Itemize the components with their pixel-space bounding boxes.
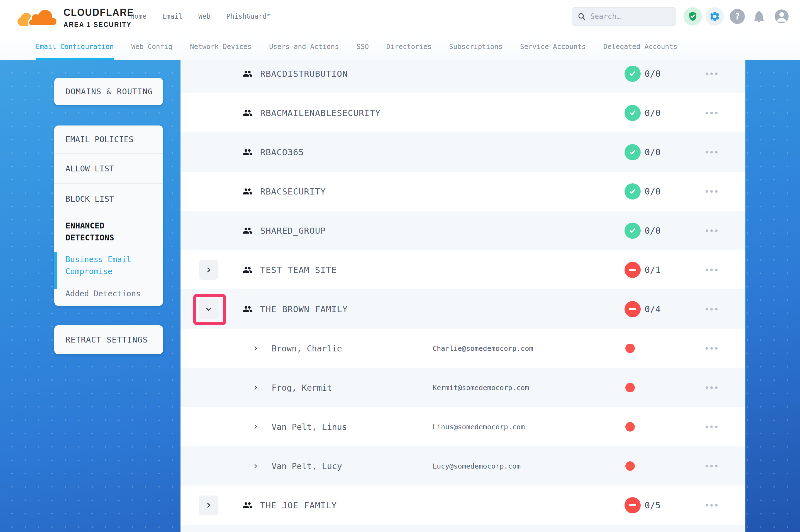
group-row[interactable]: RBACO3650/0 [181, 132, 745, 172]
row-actions-menu[interactable] [703, 187, 720, 195]
member-chevron-icon[interactable] [252, 463, 259, 469]
status-ok-badge [624, 105, 641, 121]
shield-check-icon[interactable] [684, 7, 702, 25]
expand-group-button[interactable] [199, 496, 218, 515]
nav-web[interactable]: Web [198, 13, 210, 20]
sync-count: 0/4 [644, 304, 661, 315]
search-box[interactable] [571, 7, 676, 25]
member-chevron-icon[interactable] [252, 345, 259, 352]
member-chevron-icon[interactable] [252, 423, 259, 430]
row-actions-menu[interactable] [703, 227, 720, 234]
member-row[interactable]: Brown, CharlieCharlie@somedemocorp.com [181, 329, 745, 368]
member-name: Van Pelt, Linus [272, 422, 347, 432]
sidebar-item-block-list[interactable]: BLOCK LIST [54, 183, 163, 214]
member-chevron-icon[interactable] [252, 384, 259, 391]
sync-count: 0/0 [644, 69, 661, 79]
tab-users-and-actions[interactable]: Users and Actions [269, 33, 339, 60]
sidebar-item-label: BLOCK LIST [66, 194, 154, 204]
member-row[interactable]: Van Pelt, LinusLinus@somedemocorp.com [181, 407, 745, 446]
row-actions-menu[interactable] [703, 423, 720, 431]
group-icon [241, 304, 254, 314]
tab-sso[interactable]: SSO [357, 33, 369, 60]
row-actions-menu[interactable] [703, 148, 720, 156]
notifications-bell-icon[interactable] [752, 9, 766, 24]
sidebar-card-domains-routing[interactable]: DOMAINS & ROUTING [54, 78, 163, 105]
group-icon [241, 186, 254, 196]
help-icon[interactable]: ? [730, 9, 745, 24]
brand-text: CLOUDFLARE AREA 1 SECURITY [63, 7, 141, 29]
page: CLOUDFLARE AREA 1 SECURITY HomeEmailWebP… [0, 0, 800, 532]
account-avatar-icon[interactable] [773, 8, 790, 25]
group-row[interactable]: TEST TEAM SITE0/1 [181, 250, 745, 289]
group-icon [241, 265, 254, 275]
nav-phishguard[interactable]: PhishGuard™ [226, 13, 271, 20]
group-name: SHARED_GROUP [260, 226, 326, 236]
sync-count: 0/0 [644, 186, 661, 197]
tab-web-config[interactable]: Web Config [131, 33, 172, 60]
group-name: RBACSECURITY [260, 186, 326, 196]
sidebar-card-retract-settings[interactable]: RETRACT SETTINGS [54, 325, 163, 354]
member-row[interactable]: Frog, KermitKermit@somedemocorp.com [181, 368, 745, 407]
row-actions-menu[interactable] [703, 383, 720, 392]
group-row[interactable]: RBACMAILENABLESECURITY0/0 [181, 93, 745, 132]
status-error-dot [625, 461, 635, 471]
row-actions-menu[interactable] [703, 462, 720, 470]
group-icon [241, 225, 254, 236]
sync-count: 0/5 [644, 500, 661, 511]
group-row[interactable]: RBACDISTRUBUTION0/0 [181, 60, 745, 93]
check-icon [628, 108, 637, 118]
chevron-right-icon [252, 384, 259, 391]
status-ok-badge [624, 66, 641, 82]
sidebar-item-label: EMAIL POLICIES [66, 135, 154, 144]
top-nav: HomeEmailWebPhishGuard™ [130, 0, 271, 33]
member-email: Linus@somedemocorp.com [433, 423, 525, 431]
group-name: TEST TEAM SITE [260, 265, 337, 275]
row-actions-menu[interactable] [703, 70, 720, 78]
search-input[interactable] [590, 12, 672, 21]
row-actions-menu[interactable] [703, 305, 720, 313]
minus-icon [629, 308, 636, 310]
group-row[interactable]: SHARED_GROUP0/0 [181, 211, 745, 250]
sidebar-item-label: RETRACT SETTINGS [66, 335, 148, 344]
settings-gear-icon[interactable] [706, 7, 724, 25]
sidebar-item-label: Added Detections [66, 289, 154, 298]
sidebar-item-added-detections[interactable]: Added Detections [54, 282, 163, 306]
row-actions-menu[interactable] [703, 109, 720, 117]
group-row[interactable]: THE BROWN FAMILY0/4 [181, 289, 745, 329]
tab-delegated-accounts[interactable]: Delegated Accounts [603, 33, 677, 60]
sidebar-item-enhanced-detections[interactable]: ENHANCED DETECTIONS [54, 214, 163, 249]
group-row[interactable]: THE JOE FAMILY0/5 [181, 486, 745, 525]
group-icon [241, 69, 254, 79]
chevron-right-icon [252, 423, 259, 430]
sync-count: 0/0 [644, 108, 661, 118]
group-icon [241, 108, 254, 118]
sidebar-item-allow-list[interactable]: ALLOW LIST [54, 153, 163, 183]
search-icon [578, 12, 586, 21]
check-icon [628, 226, 637, 235]
sidebar-item-business-email-compromise[interactable]: Business Email Compromise [54, 249, 163, 282]
status-error-badge [624, 301, 641, 317]
group-row[interactable]: RBACSECURITY0/0 [181, 172, 745, 211]
chevron-right-icon [252, 345, 259, 352]
row-actions-menu[interactable] [703, 266, 720, 274]
top-header: CLOUDFLARE AREA 1 SECURITY HomeEmailWebP… [0, 0, 800, 33]
member-email: Kermit@somedemocorp.com [433, 383, 529, 392]
row-actions-menu[interactable] [703, 344, 720, 352]
tab-directories[interactable]: Directories [386, 33, 432, 60]
chevron-right-icon [252, 463, 259, 469]
sync-count: 0/1 [644, 265, 661, 275]
group-name: THE BROWN FAMILY [260, 304, 348, 314]
tab-email-configuration[interactable]: Email Configuration [36, 33, 114, 60]
nav-home[interactable]: Home [130, 13, 146, 20]
tab-network-devices[interactable]: Network Devices [190, 33, 252, 60]
group-name: RBACMAILENABLESECURITY [260, 108, 381, 118]
sidebar-item-label: DOMAINS & ROUTING [66, 87, 153, 96]
member-row[interactable]: Van Pelt, LucyLucy@somedemocorp.com [181, 446, 745, 486]
nav-email[interactable]: Email [162, 13, 182, 20]
row-actions-menu[interactable] [703, 501, 720, 509]
tab-service-accounts[interactable]: Service Accounts [520, 33, 586, 60]
sidebar-item-email-policies[interactable]: EMAIL POLICIES [54, 126, 163, 153]
brand-line-2: AREA 1 SECURITY [63, 20, 132, 29]
expand-group-button[interactable] [199, 260, 218, 280]
tab-subscriptions[interactable]: Subscriptions [449, 33, 503, 60]
